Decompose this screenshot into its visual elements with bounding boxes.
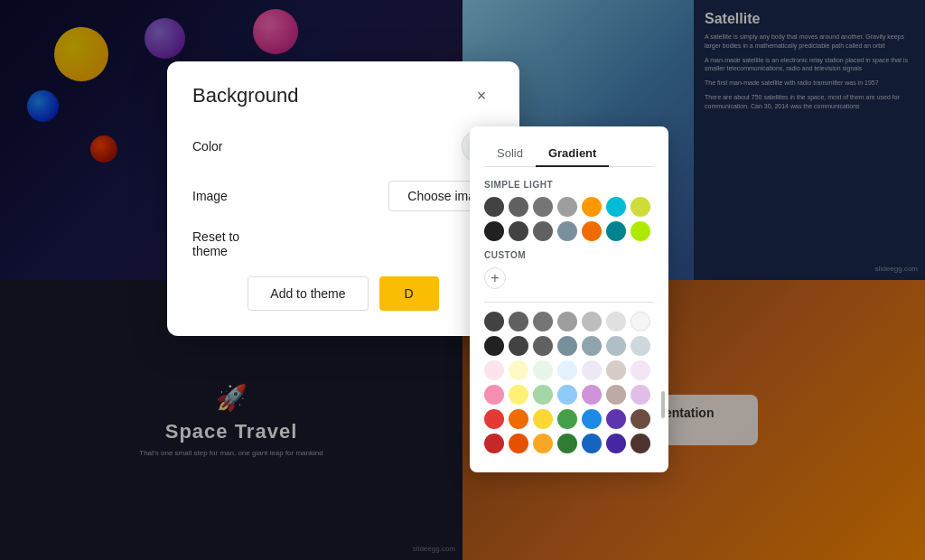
divider	[484, 302, 654, 303]
gradient-row-6	[484, 434, 654, 453]
dialog-header: Background ×	[192, 83, 494, 108]
color-dot[interactable]	[509, 336, 528, 356]
color-dot[interactable]	[509, 360, 528, 380]
color-dot[interactable]	[533, 336, 553, 356]
tab-solid[interactable]: Solid	[484, 141, 536, 167]
tab-gradient[interactable]: Gradient	[536, 141, 609, 167]
color-dot[interactable]	[582, 312, 602, 331]
color-dot[interactable]	[631, 434, 650, 453]
color-dot[interactable]	[533, 312, 553, 331]
dialog-title: Background	[192, 84, 298, 107]
color-dot[interactable]	[631, 409, 650, 429]
dialog-footer: Add to theme D	[192, 276, 494, 311]
color-picker-popup: Solid Gradient SIMPLE LIGHT CUSTOM +	[470, 126, 668, 472]
color-dot[interactable]	[606, 409, 626, 429]
color-dot[interactable]	[509, 434, 528, 453]
color-dot[interactable]	[606, 385, 626, 405]
scrollbar[interactable]	[661, 391, 665, 418]
color-dot[interactable]	[606, 434, 626, 453]
picker-tabs: Solid Gradient	[484, 141, 654, 167]
color-dot[interactable]	[582, 360, 602, 380]
color-dot[interactable]	[484, 221, 504, 241]
reset-label: Reset to theme	[192, 229, 265, 258]
image-row: Image Choose ima	[192, 181, 494, 211]
color-dot[interactable]	[557, 197, 577, 217]
color-dot[interactable]	[509, 197, 528, 217]
color-dot[interactable]	[582, 385, 602, 405]
color-dot[interactable]	[484, 336, 504, 356]
color-dot[interactable]	[557, 221, 577, 241]
color-dot[interactable]	[631, 385, 650, 405]
color-dot[interactable]	[484, 385, 504, 405]
color-dot[interactable]	[533, 360, 553, 380]
color-dot[interactable]	[484, 409, 504, 429]
color-dot[interactable]	[484, 197, 504, 217]
color-dot[interactable]	[557, 434, 577, 453]
color-dot[interactable]	[509, 385, 528, 405]
color-dot[interactable]	[533, 221, 553, 241]
color-dot[interactable]	[631, 360, 650, 380]
add-custom-color-button[interactable]: +	[484, 267, 506, 289]
custom-section: CUSTOM +	[484, 250, 654, 289]
color-dot[interactable]	[533, 385, 553, 405]
gradient-row-1	[484, 312, 654, 331]
color-dot[interactable]	[509, 409, 528, 429]
color-dot[interactable]	[533, 409, 553, 429]
color-dot[interactable]	[557, 409, 577, 429]
color-dot[interactable]	[631, 221, 650, 241]
background-dialog: Background × Color ▲ Image Choose ima Re…	[167, 61, 519, 336]
color-row: Color ▲	[192, 130, 494, 163]
gradient-row-5	[484, 409, 654, 429]
color-dot[interactable]	[631, 336, 650, 356]
color-dot[interactable]	[631, 312, 650, 331]
color-dot[interactable]	[533, 197, 553, 217]
color-dot[interactable]	[631, 197, 650, 217]
color-dot[interactable]	[484, 360, 504, 380]
color-dot[interactable]	[557, 360, 577, 380]
color-dot[interactable]	[557, 336, 577, 356]
color-dot[interactable]	[582, 336, 602, 356]
color-dot[interactable]	[582, 221, 602, 241]
color-dot[interactable]	[606, 197, 626, 217]
done-button[interactable]: D	[379, 276, 439, 311]
reset-row: Reset to theme Re	[192, 229, 494, 258]
custom-label: CUSTOM	[484, 250, 654, 260]
image-label: Image	[192, 189, 265, 203]
gradient-row-4	[484, 385, 654, 405]
color-dot[interactable]	[606, 312, 626, 331]
add-to-theme-button[interactable]: Add to theme	[248, 276, 368, 311]
color-dot[interactable]	[557, 385, 577, 405]
color-dot[interactable]	[582, 409, 602, 429]
close-button[interactable]: ×	[469, 83, 494, 108]
color-dot[interactable]	[606, 221, 626, 241]
color-dot[interactable]	[484, 312, 504, 331]
color-dot[interactable]	[509, 312, 528, 331]
color-dot[interactable]	[557, 312, 577, 331]
gradient-row-2	[484, 336, 654, 356]
simple-light-row-1	[484, 197, 654, 217]
color-dot[interactable]	[582, 197, 602, 217]
simple-light-row-2	[484, 221, 654, 241]
gradient-row-3	[484, 360, 654, 380]
color-dot[interactable]	[606, 336, 626, 356]
color-dot[interactable]	[582, 434, 602, 453]
color-dot[interactable]	[533, 434, 553, 453]
color-dot[interactable]	[509, 221, 528, 241]
color-dot[interactable]	[484, 434, 504, 453]
color-label: Color	[192, 139, 265, 154]
color-dot[interactable]	[606, 360, 626, 380]
simple-light-label: SIMPLE LIGHT	[484, 180, 654, 190]
